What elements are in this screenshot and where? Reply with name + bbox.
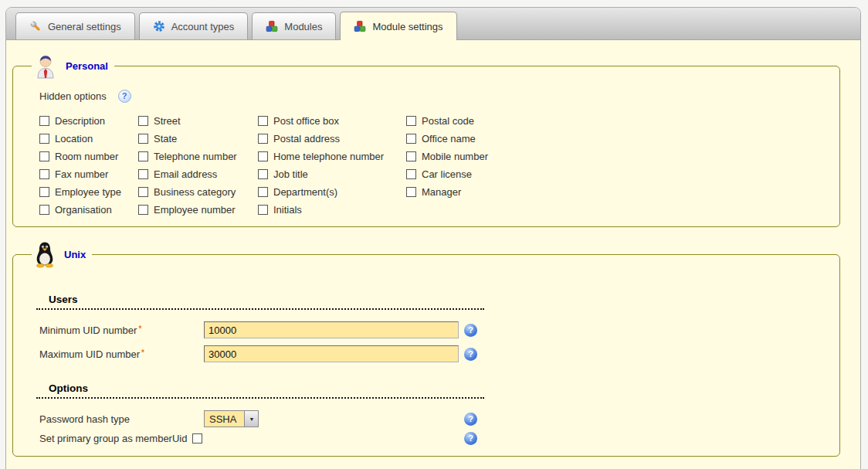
- hidden-option-item: Description: [39, 112, 138, 130]
- hidden-options-column: Postal codeOffice nameMobile numberCar l…: [406, 112, 488, 219]
- hidden-option-checkbox[interactable]: [39, 116, 49, 126]
- hidden-option-label: Initials: [273, 204, 302, 216]
- hidden-option-label: Office name: [422, 133, 476, 144]
- max-uid-input[interactable]: [204, 345, 459, 362]
- min-uid-row: Minimum UID number* ?: [39, 321, 839, 338]
- hidden-option-label: Street: [154, 115, 181, 127]
- hidden-option-checkbox[interactable]: [258, 134, 268, 144]
- hidden-option-label: State: [154, 133, 177, 144]
- hidden-option-checkbox[interactable]: [258, 205, 268, 215]
- max-uid-row: Maximum UID number* ?: [39, 345, 839, 362]
- hidden-option-checkbox[interactable]: [138, 187, 148, 197]
- hidden-option-item: Mobile number: [406, 148, 488, 165]
- hidden-option-checkbox[interactable]: [258, 187, 268, 197]
- hidden-option-checkbox[interactable]: [258, 169, 268, 179]
- hidden-option-label: Fax number: [55, 168, 108, 180]
- help-icon[interactable]: ?: [464, 348, 477, 361]
- hidden-option-label: Email address: [154, 168, 217, 180]
- hidden-option-label: Postal address: [273, 133, 340, 144]
- required-asterisk: *: [138, 325, 141, 333]
- hidden-option-label: Business category: [154, 186, 236, 198]
- help-icon[interactable]: ?: [118, 90, 131, 103]
- modules-icon: [266, 20, 278, 32]
- tab-label: General settings: [48, 21, 121, 32]
- max-uid-control: [204, 345, 459, 362]
- tab-strip: General settings Account types Modul: [6, 8, 860, 40]
- hidden-option-checkbox[interactable]: [258, 116, 268, 126]
- wrench-icon: [29, 20, 42, 32]
- hidden-option-label: Department(s): [273, 186, 337, 198]
- hidden-option-item: Email address: [138, 165, 258, 183]
- hidden-option-item: Manager: [406, 183, 488, 201]
- hidden-option-label: Room number: [55, 151, 118, 162]
- unix-section-title: Unix: [64, 249, 86, 260]
- hidden-option-checkbox[interactable]: [39, 134, 49, 144]
- tab-general-settings[interactable]: General settings: [15, 12, 135, 39]
- hidden-option-item: Organisation: [39, 201, 138, 219]
- hidden-option-item: Postal code: [406, 112, 488, 130]
- member-uid-checkbox[interactable]: [192, 433, 202, 444]
- modules-icon: [354, 20, 366, 32]
- users-subheader: Users: [36, 294, 484, 310]
- chevron-down-icon[interactable]: ▼: [244, 411, 258, 427]
- hidden-option-checkbox[interactable]: [406, 169, 416, 179]
- min-uid-label-text: Minimum UID number: [39, 325, 137, 336]
- hidden-option-item: Department(s): [258, 183, 406, 201]
- hidden-option-label: Employee type: [55, 186, 121, 198]
- hidden-option-item: Location: [39, 130, 138, 148]
- hidden-option-checkbox[interactable]: [39, 169, 49, 179]
- hidden-option-label: Employee number: [154, 204, 236, 216]
- hidden-option-checkbox[interactable]: [138, 205, 148, 215]
- hidden-option-label: Telephone number: [154, 151, 237, 162]
- help-icon[interactable]: ?: [464, 413, 477, 426]
- tab-modules[interactable]: Modules: [252, 12, 336, 39]
- person-icon: [33, 49, 58, 82]
- hidden-option-checkbox[interactable]: [138, 134, 148, 144]
- tab-label: Account types: [171, 21, 235, 32]
- hidden-option-checkbox[interactable]: [39, 151, 49, 161]
- hidden-option-item: Post office box: [258, 112, 406, 130]
- tab-module-settings[interactable]: Module settings: [340, 12, 456, 40]
- hidden-option-checkbox[interactable]: [138, 169, 148, 179]
- hidden-option-checkbox[interactable]: [406, 151, 416, 161]
- unix-section: Unix Users Minimum UID number* ? Maximum…: [12, 238, 840, 457]
- password-hash-row: Password hash type SSHA ▼ ?: [39, 410, 839, 427]
- min-uid-control: [204, 321, 459, 338]
- password-hash-control: SSHA ▼: [204, 410, 459, 427]
- hidden-option-checkbox[interactable]: [39, 187, 49, 197]
- unix-legend: Unix: [32, 238, 92, 270]
- hidden-option-checkbox[interactable]: [406, 187, 416, 197]
- hidden-option-checkbox[interactable]: [258, 151, 268, 161]
- hidden-options-grid: DescriptionLocationRoom numberFax number…: [39, 112, 839, 219]
- hidden-option-label: Home telephone number: [273, 151, 384, 162]
- hidden-option-item: Employee type: [39, 183, 138, 201]
- hidden-option-checkbox[interactable]: [138, 151, 148, 161]
- help-icon[interactable]: ?: [464, 432, 477, 445]
- max-uid-label-text: Maximum UID number: [39, 348, 140, 360]
- hidden-option-label: Organisation: [55, 204, 112, 216]
- tab-label: Module settings: [372, 21, 442, 32]
- hidden-option-item: Business category: [138, 183, 258, 201]
- hidden-option-item: Initials: [258, 201, 406, 219]
- hidden-option-item: State: [138, 130, 258, 148]
- hidden-options-column: StreetStateTelephone numberEmail address…: [138, 112, 258, 219]
- required-asterisk: *: [141, 348, 144, 357]
- hidden-option-checkbox[interactable]: [138, 116, 148, 126]
- hidden-option-item: Employee number: [138, 201, 258, 219]
- member-uid-row: Set primary group as memberUid ?: [39, 432, 839, 445]
- password-hash-select[interactable]: SSHA ▼: [204, 410, 259, 427]
- tab-account-types[interactable]: Account types: [139, 12, 249, 39]
- hidden-option-item: Car license: [406, 165, 488, 183]
- hidden-option-checkbox[interactable]: [39, 205, 49, 215]
- hidden-option-label: Car license: [422, 168, 472, 180]
- hidden-options-column: Post office boxPostal addressHome teleph…: [258, 112, 406, 219]
- hidden-option-checkbox[interactable]: [406, 134, 416, 144]
- help-icon[interactable]: ?: [464, 324, 477, 337]
- min-uid-input[interactable]: [204, 321, 459, 338]
- hidden-option-checkbox[interactable]: [406, 116, 416, 126]
- hidden-option-label: Location: [55, 133, 93, 144]
- hidden-option-label: Postal code: [422, 115, 474, 127]
- hidden-option-item: Postal address: [258, 130, 406, 148]
- hidden-option-item: Room number: [39, 148, 138, 165]
- options-subheader: Options: [36, 382, 484, 399]
